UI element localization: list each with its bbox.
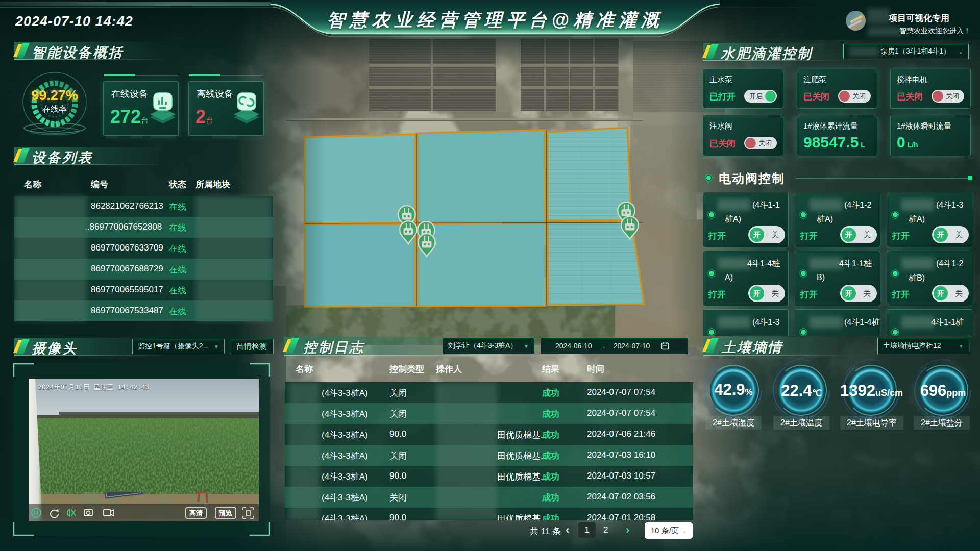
svg-text:预览: 预览 (218, 509, 232, 517)
svg-text:高清: 高清 (189, 509, 203, 517)
